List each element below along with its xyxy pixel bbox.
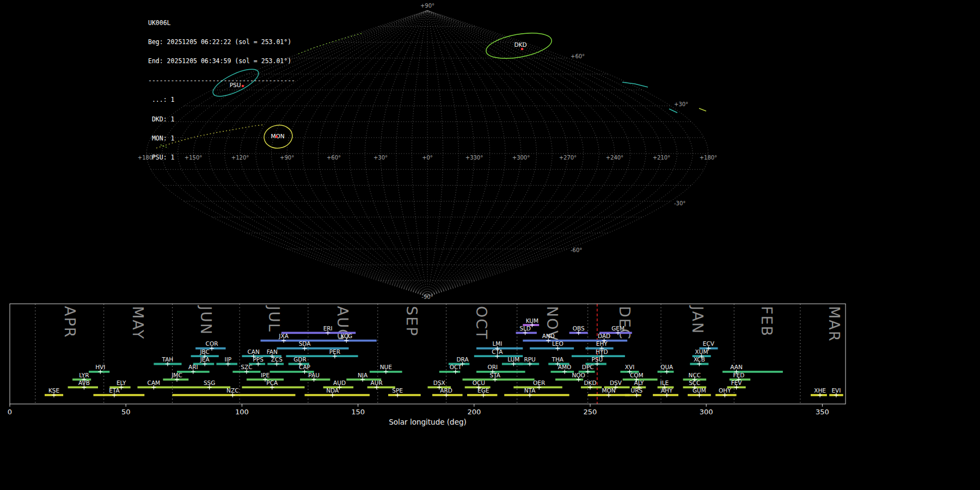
- lat-axis-label: -60°: [571, 247, 582, 253]
- radiant-label-DKD: DKD: [514, 41, 526, 48]
- lat-axis-label: +60°: [571, 53, 585, 59]
- shower-label-KCG: KCG: [340, 333, 352, 339]
- shower-label-SZC: SZC: [241, 364, 252, 370]
- shower-label-XHE: XHE: [814, 387, 826, 394]
- month-label-sep: SEP: [403, 306, 420, 336]
- begin-time: Beg: 20251205 06:22:22 (sol = 253.01°): [148, 39, 295, 46]
- separator-line: ---------------------------------------: [148, 78, 295, 84]
- shower-label-ZCS: ZCS: [271, 356, 283, 363]
- shower-label-NOO: NOO: [572, 372, 585, 378]
- shower-label-LEO: LEO: [552, 340, 564, 347]
- shower-label-AUD: AUD: [333, 379, 346, 386]
- count-psu: PSU: 1: [148, 155, 295, 161]
- lon-axis-label: +210°: [653, 155, 670, 161]
- month-label-apr: APR: [62, 306, 78, 339]
- shower-label-DKD: DKD: [584, 379, 596, 386]
- x-tick-label: 0: [8, 408, 12, 416]
- month-label-dec: DEC: [616, 306, 633, 340]
- shower-label-XVI: XVI: [625, 364, 634, 370]
- lon-axis-label: +0°: [422, 155, 433, 161]
- shower-label-FEV: FEV: [731, 379, 743, 386]
- x-tick-label: 100: [235, 408, 249, 416]
- shower-label-ARI: ARI: [188, 364, 198, 370]
- shower-label-SCC: SCC: [689, 379, 700, 386]
- shower-label-HYD: HYD: [596, 348, 608, 355]
- shower-label-GDR: GDR: [293, 356, 307, 363]
- shower-label-EHY: EHY: [596, 340, 608, 347]
- shower-label-JXA: JXA: [278, 333, 289, 339]
- shower-label-DAD: DAD: [598, 333, 610, 339]
- shower-label-XCB: XCB: [694, 356, 705, 363]
- shower-label-AUR: AUR: [371, 379, 383, 386]
- shower-label-CAM: CAM: [148, 379, 161, 386]
- shower-label-PAU: PAU: [308, 372, 320, 378]
- lon-axis-label: +330°: [465, 155, 483, 161]
- shower-label-OCT: OCT: [450, 364, 462, 370]
- shower-label-FAN: FAN: [267, 348, 278, 355]
- shower-label-RPU: RPU: [524, 356, 535, 363]
- shower-label-PER: PER: [329, 348, 340, 355]
- shower-label-KUM: KUM: [526, 317, 538, 324]
- x-tick-label: 50: [121, 408, 131, 416]
- shower-label-JEA: JEA: [200, 356, 210, 363]
- month-label-mar: MAR: [826, 306, 843, 342]
- shower-label-THA: THA: [552, 356, 564, 363]
- shower-label-MON: MON: [602, 387, 616, 394]
- shower-label-NZC: NZC: [226, 387, 238, 394]
- lat-axis-label: +90°: [420, 3, 434, 9]
- month-label-oct: OCT: [473, 306, 490, 340]
- shower-label-COM: COM: [630, 372, 644, 378]
- drift-arc-right-lower: [669, 109, 677, 113]
- shower-label-COR: COR: [206, 340, 218, 347]
- sky-map-plot: +180°+150°+120°+90°+60°+30°+0°+330°+300°…: [0, 0, 980, 299]
- shower-label-ERI: ERI: [323, 325, 333, 332]
- shower-label-OHY: OHY: [719, 387, 731, 394]
- count-mon: MON: 1: [148, 136, 295, 142]
- shower-label-EVI: EVI: [831, 387, 841, 394]
- shower-label-ELY: ELY: [117, 379, 126, 386]
- end-time: End: 20251205 06:34:59 (sol = 253.01°): [148, 58, 295, 65]
- shower-label-DPC: DPC: [582, 364, 594, 370]
- shower-label-URS: URS: [630, 387, 642, 394]
- drift-arc-top-left: [298, 33, 362, 54]
- shower-label-SDA: SDA: [299, 340, 311, 347]
- shower-label-FED: FED: [733, 372, 745, 378]
- grid-meridian: [350, 10, 427, 297]
- shower-label-CTA: CTA: [492, 348, 503, 355]
- shower-label-EGE: EGE: [477, 387, 489, 394]
- shower-label-NDA: NDA: [326, 387, 339, 394]
- shower-label-PPS: PPS: [253, 356, 264, 363]
- lon-axis-label: +60°: [327, 155, 341, 161]
- grid-meridian: [318, 10, 427, 297]
- shower-label-AAN: AAN: [730, 364, 743, 370]
- app-screen: +180°+150°+120°+90°+60°+30°+0°+330°+300°…: [0, 0, 980, 490]
- lon-axis-label: +180°: [700, 155, 717, 161]
- grid-meridian: [427, 10, 661, 297]
- month-label-jun: JUN: [198, 305, 215, 335]
- shower-label-KSE: KSE: [48, 387, 59, 394]
- shower-label-ETA: ETA: [109, 387, 120, 394]
- drift-dash-right-edge: [699, 108, 706, 111]
- shower-label-JBC: JBC: [199, 348, 209, 355]
- lon-axis-label: +270°: [559, 155, 577, 161]
- month-label-feb: FEB: [758, 306, 775, 337]
- grid-meridian: [396, 10, 427, 297]
- shower-label-ECV: ECV: [703, 340, 715, 347]
- lon-axis-label: +30°: [373, 155, 388, 161]
- shower-label-DSX: DSX: [433, 379, 445, 386]
- shower-label-SPE: SPE: [392, 387, 403, 394]
- month-label-may: MAY: [130, 306, 146, 340]
- shower-label-DRA: DRA: [456, 356, 469, 363]
- lat-axis-label: +30°: [674, 101, 688, 107]
- shower-label-STA: STA: [489, 372, 500, 378]
- shower-label-ARD: ARD: [440, 387, 452, 394]
- lat-axis-label: -30°: [674, 200, 685, 206]
- shower-label-OBS: OBS: [573, 325, 585, 332]
- x-tick-label: 350: [816, 408, 829, 416]
- shower-label-GUM: GUM: [693, 387, 706, 394]
- shower-label-AMO: AMO: [558, 364, 572, 370]
- shower-label-PCA: PCA: [266, 379, 278, 386]
- shower-label-SLD: SLD: [519, 325, 531, 332]
- month-label-jul: JUL: [266, 305, 283, 333]
- shower-label-OER: OER: [533, 379, 545, 386]
